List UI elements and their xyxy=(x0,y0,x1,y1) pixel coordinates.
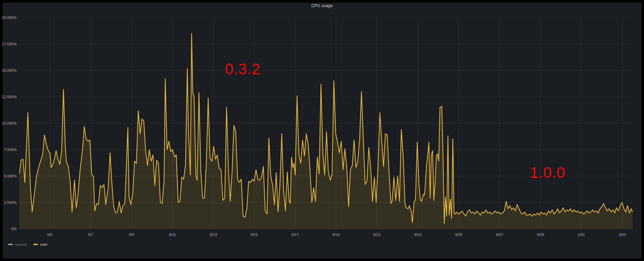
x-tick-label: 9/13 xyxy=(200,233,227,237)
cpu-usage-chart[interactable] xyxy=(19,18,632,229)
legend-color-dash xyxy=(8,244,13,245)
grafana-panel-screenshot: CPU usage 0%2.500%5.000%7.500%10.000%12.… xyxy=(0,0,644,261)
version-annotation: 1.0.0 xyxy=(530,165,565,180)
x-tick-label: 9/9 xyxy=(118,233,145,237)
legend: systemuser xyxy=(8,242,47,246)
y-tick-label: 15.000% xyxy=(0,68,17,73)
y-tick-label: 20.000% xyxy=(0,15,17,20)
x-tick-label: 9/11 xyxy=(159,233,186,237)
y-tick-label: 2.500% xyxy=(0,200,17,205)
version-annotation: 0.3.2 xyxy=(225,61,261,77)
x-tick-label: 9/5 xyxy=(36,233,63,237)
y-tick-label: 10.000% xyxy=(0,121,17,126)
x-tick-label: 9/23 xyxy=(404,233,431,237)
legend-item-system[interactable]: system xyxy=(8,242,27,246)
y-tick-label: 7.500% xyxy=(0,147,17,152)
y-tick-label: 12.500% xyxy=(0,94,17,100)
legend-item-label: system xyxy=(15,242,27,246)
y-tick-label: 17.500% xyxy=(0,41,17,47)
x-tick-label: 9/27 xyxy=(486,233,513,237)
legend-item-user[interactable]: user xyxy=(33,242,47,246)
panel-title[interactable]: CPU usage xyxy=(0,3,644,8)
legend-color-dash xyxy=(33,244,38,245)
y-tick-label: 5.000% xyxy=(0,173,17,179)
x-tick-label: 9/17 xyxy=(282,233,309,237)
x-tick-label: 10/1 xyxy=(568,233,595,237)
x-tick-label: 9/29 xyxy=(527,233,554,237)
x-tick-label: 9/25 xyxy=(445,233,472,237)
x-tick-label: 9/15 xyxy=(241,233,268,237)
x-tick-label: 9/7 xyxy=(77,233,104,237)
x-tick-label: 9/21 xyxy=(363,233,391,237)
legend-item-label: user xyxy=(40,242,47,246)
x-tick-label: 9/19 xyxy=(323,233,350,237)
x-tick-label: 10/3 xyxy=(609,233,636,237)
y-tick-label: 0% xyxy=(0,226,17,232)
